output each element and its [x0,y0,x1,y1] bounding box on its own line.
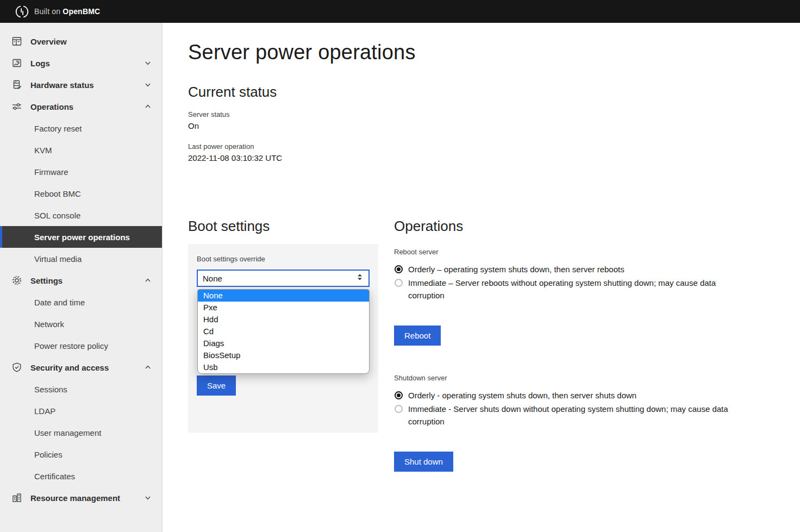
sidebar-item-sessions[interactable]: Sessions [0,378,162,400]
chevron-down-icon [143,59,152,67]
boot-settings-section: Boot settings Boot settings override Non… [188,218,378,433]
boot-settings-card: Boot settings override None None Pxe Hdd [188,244,378,433]
shield-check-icon [11,361,23,373]
sidebar-item-overview[interactable]: Overview [0,30,162,52]
select-updown-arrow-icon [357,273,363,283]
reboot-radio-group: Orderly – operating system shuts down, t… [394,263,742,302]
reboot-server-label: Reboot server [394,248,742,256]
boot-override-label: Boot settings override [197,255,370,263]
sliders-icon [11,101,23,112]
shutdown-radio-group: Orderly - operating system shuts down, t… [394,389,742,428]
save-button[interactable]: Save [197,375,236,396]
sidebar-item-kvm[interactable]: KVM [0,139,162,161]
last-power-operation-label: Last power operation [188,142,800,151]
sidebar-item-resource-management[interactable]: Resource management [0,487,162,509]
sidebar-item-server-power-operations[interactable]: Server power operations [0,226,162,248]
chevron-up-icon [143,102,152,111]
chevron-up-icon [143,276,152,285]
reboot-immediate-option[interactable]: Immediate – Server reboots without opera… [394,277,742,302]
dropdown-option-pxe[interactable]: Pxe [198,302,369,314]
radio-selected-icon[interactable] [395,265,403,273]
sidebar-item-ldap[interactable]: LDAP [0,400,162,422]
reboot-button[interactable]: Reboot [394,326,441,346]
sidebar: Overview Logs [0,23,162,532]
boot-override-select[interactable]: None [197,270,370,287]
sidebar-item-reboot-bmc[interactable]: Reboot BMC [0,183,162,204]
sidebar-item-operations[interactable]: Operations [0,96,162,117]
boot-settings-heading: Boot settings [188,218,378,235]
sidebar-item-virtual-media[interactable]: Virtual media [0,248,162,270]
operations-section: Operations Reboot server Orderly – opera… [394,218,742,472]
sidebar-item-user-management[interactable]: User management [0,422,162,443]
sidebar-item-certificates[interactable]: Certificates [0,465,162,487]
dropdown-option-hdd[interactable]: Hdd [198,314,369,326]
sidebar-item-network[interactable]: Network [0,313,162,335]
shut-down-button[interactable]: Shut down [394,452,453,472]
dropdown-option-cd[interactable]: Cd [198,326,369,337]
dropdown-option-biossetup[interactable]: BiosSetup [198,349,369,361]
sidebar-item-factory-reset[interactable]: Factory reset [0,117,162,139]
chevron-down-icon [143,493,152,502]
dropdown-option-diags[interactable]: Diags [198,337,369,349]
sidebar-item-power-restore-policy[interactable]: Power restore policy [0,335,162,356]
sidebar-item-logs[interactable]: Logs [0,52,162,74]
dropdown-option-none[interactable]: None [198,290,369,302]
server-status-value: On [188,121,800,130]
page-title: Server power operations [188,41,800,64]
server-status-label: Server status [188,110,800,118]
last-power-operation-value: 2022-11-08 03:10:32 UTC [188,153,800,162]
chevron-down-icon [143,80,152,89]
radio-unselected-icon[interactable] [395,405,403,413]
sidebar-item-policies[interactable]: Policies [0,443,162,465]
gear-icon [11,274,23,286]
current-status-section: Current status Server status On Last pow… [188,84,800,162]
server-check-icon [11,79,23,91]
sidebar-item-settings[interactable]: Settings [0,270,162,291]
openbmc-logo-icon [15,5,29,18]
sidebar-item-date-and-time[interactable]: Date and time [0,291,162,313]
brand-text: Built onOpenBMC [34,7,100,16]
sidebar-item-security-and-access[interactable]: Security and access [0,356,162,378]
main-content: Server power operations Current status S… [162,23,800,532]
sidebar-item-firmware[interactable]: Firmware [0,161,162,183]
operations-heading: Operations [394,218,742,235]
topbar: Built onOpenBMC [0,0,800,23]
reboot-orderly-option[interactable]: Orderly – operating system shuts down, t… [394,263,742,276]
sidebar-item-sol-console[interactable]: SOL console [0,204,162,226]
dropdown-option-usb[interactable]: Usb [198,361,369,373]
shutdown-server-label: Shutdown server [394,374,742,382]
radio-unselected-icon[interactable] [395,279,403,287]
dashboard-icon [11,35,23,47]
resource-icon [11,492,23,504]
current-status-heading: Current status [188,84,800,101]
chevron-up-icon [143,363,152,372]
logs-icon [11,57,23,69]
shutdown-immediate-option[interactable]: Immediate - Server shuts down without op… [394,403,742,428]
boot-override-dropdown: None Pxe Hdd Cd Diags BiosSetup Usb [197,289,370,374]
sidebar-item-hardware-status[interactable]: Hardware status [0,74,162,96]
shutdown-orderly-option[interactable]: Orderly - operating system shuts down, t… [394,389,742,402]
radio-selected-icon[interactable] [395,391,403,399]
